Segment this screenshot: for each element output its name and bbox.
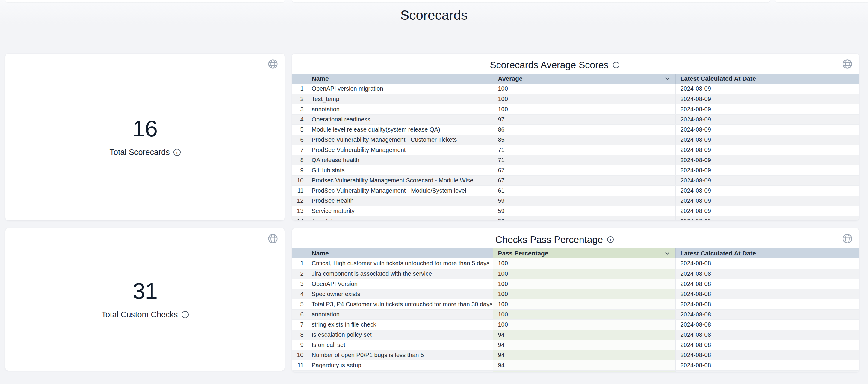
column-header-date[interactable]: Latest Calculated At Date [675,248,859,258]
date-cell: 2024-08-09 [675,94,859,104]
date-cell: 2024-08-08 [675,309,859,319]
name-cell: Operational readiness [307,114,493,125]
row-index-cell: 8 [292,155,307,165]
name-cell: Number of open P0/P1 bugs is less than 5 [307,350,493,360]
date-cell: 2024-08-09 [675,125,859,135]
date-cell: 2024-08-09 [675,114,859,125]
value-cell: 100 [493,289,675,299]
info-icon[interactable] [174,149,181,156]
chevron-down-icon[interactable] [664,75,671,82]
value-cell: 59 [493,196,675,206]
total-custom-checks-card: 31 Total Custom Checks [5,228,284,371]
chevron-down-icon[interactable] [664,250,671,256]
name-cell: annotation [307,104,493,114]
table-row: 3OpenAPI Version1002024-08-08 [292,279,859,289]
date-cell: 2024-08-09 [675,196,859,206]
page-title: Scorecards [0,8,868,23]
table-row: 1OpenAPI version migration1002024-08-09 [292,84,859,94]
row-index-cell: 12 [292,196,307,206]
value-cell: 100 [493,309,675,319]
column-header-value[interactable]: Average [493,74,675,84]
name-cell: Is escalation policy set [307,329,493,340]
value-cell: 59 [493,206,675,216]
value-cell: 100 [493,279,675,289]
table-row: 6ProdSec Vulnerability Management - Cust… [292,135,859,145]
row-index-cell: 5 [292,125,307,135]
row-index-cell: 6 [292,309,307,319]
column-header-date[interactable]: Latest Calculated At Date [675,74,859,84]
table-row: 10Prodsec Vulnerability Management Score… [292,175,859,185]
table-row: 9Is on-call set942024-08-08 [292,340,859,350]
row-index-cell: 3 [292,279,307,289]
column-header-value[interactable]: Pass Percentage [493,248,675,258]
date-cell: 2024-08-09 [675,175,859,185]
date-cell: 2024-08-09 [675,155,859,165]
date-cell: 2024-08-09 [675,185,859,196]
metric-label: Total Custom Checks [101,310,188,319]
table-header-row: NamePass PercentageLatest Calculated At … [292,248,859,258]
metric-value: 31 [133,280,158,302]
table-row: 10Number of open P0/P1 bugs is less than… [292,350,859,360]
name-cell: Is on-call set [307,340,493,350]
value-cell: 71 [493,145,675,155]
info-icon[interactable] [182,311,189,318]
date-cell: 2024-08-09 [675,145,859,155]
value-cell: 85 [493,135,675,145]
top-card-remnant [775,0,868,2]
row-index-cell: 10 [292,175,307,185]
row-index-cell: 7 [292,145,307,155]
table-row: 14Jira stats582024-08-09 [292,216,859,220]
column-header-index [292,248,307,258]
date-cell: 2024-08-09 [675,135,859,145]
column-header-name[interactable]: Name [307,248,493,258]
globe-icon[interactable] [842,233,853,244]
value-cell: 94 [493,340,675,350]
metric-label-text: Total Scorecards [109,148,169,157]
globe-icon[interactable] [842,58,853,70]
value-cell: 100 [493,94,675,104]
name-cell: Total P3, P4 Customer vuln tickets untou… [307,299,493,309]
column-header-name[interactable]: Name [307,74,493,84]
scorecards-average-scores-card: Scorecards Average Scores NameAverageLat… [292,54,859,220]
name-cell: GitHub stats [307,165,493,175]
table-row: 6annotation1002024-08-08 [292,309,859,319]
table-scroll-area[interactable]: NameAverageLatest Calculated At Date1Ope… [292,74,859,220]
table-scroll-area[interactable]: NamePass PercentageLatest Calculated At … [292,248,859,372]
table-row: 5Module level release quality(system rel… [292,125,859,135]
name-cell: Module level release quality(system rele… [307,125,493,135]
row-index-cell: 9 [292,165,307,175]
name-cell: Test_temp [307,94,493,104]
name-cell: OpenAPI version migration [307,84,493,94]
value-cell: 94 [493,350,675,360]
top-card-remnant [5,0,284,2]
name-cell: Service maturity [307,206,493,216]
row-index-cell: 4 [292,114,307,125]
globe-icon[interactable] [267,58,279,70]
metric-value: 16 [133,117,158,140]
row-index-cell: 13 [292,206,307,216]
value-cell: 100 [493,299,675,309]
value-cell: 94 [493,360,675,370]
date-cell: 2024-08-08 [675,319,859,329]
top-card-remnant [292,0,770,2]
value-cell: 67 [493,165,675,175]
date-cell: 2024-08-08 [675,360,859,370]
globe-icon[interactable] [267,233,279,244]
name-cell: Critical, High customer vuln tickets unt… [307,258,493,269]
value-cell: 61 [493,185,675,196]
name-cell: OpenAPI Version [307,279,493,289]
name-cell: string exists in file check [307,319,493,329]
name-cell: Jira component is associated with the se… [307,269,493,279]
table-row: 3annotation1002024-08-09 [292,104,859,114]
total-scorecards-card: 16 Total Scorecards [5,54,284,220]
name-cell: ProdSec-Vulnerability Management - Modul… [307,185,493,196]
value-cell: 94 [493,329,675,340]
table-row: 13Service maturity592024-08-09 [292,206,859,216]
table-row: 8QA release health712024-08-09 [292,155,859,165]
info-icon[interactable] [607,236,614,243]
name-cell: Jira stats [307,216,493,220]
name-cell: ProdSec Vulnerability Management - Custo… [307,135,493,145]
table-row: 11ProdSec-Vulnerability Management - Mod… [292,185,859,196]
info-icon[interactable] [613,62,619,68]
value-cell: 100 [493,258,675,269]
